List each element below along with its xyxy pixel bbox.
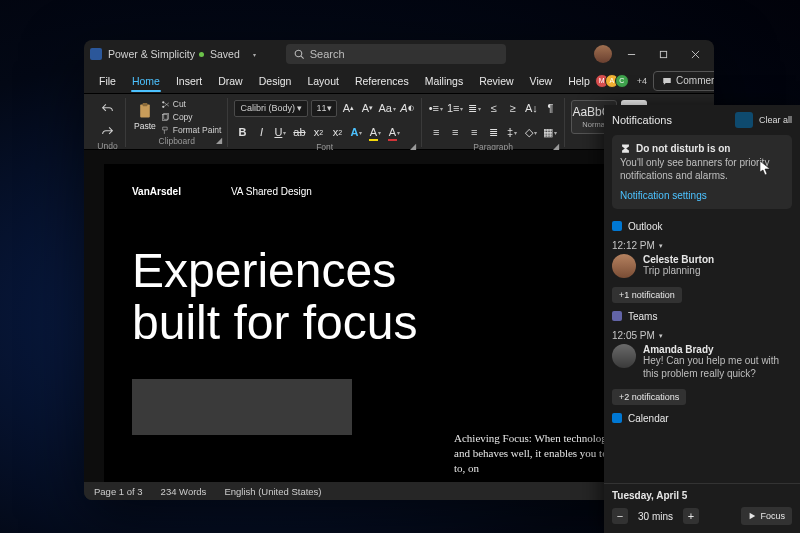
notif-sender: Celeste Burton bbox=[643, 254, 714, 265]
notif-list[interactable]: Do not disturb is on You'll only see ban… bbox=[604, 135, 800, 483]
presence-avatars[interactable]: M A C bbox=[599, 74, 629, 88]
title-bar: Power & Simplicity Saved ▾ Search bbox=[84, 40, 714, 68]
menu-mailings[interactable]: Mailings bbox=[418, 71, 471, 91]
close-button[interactable] bbox=[682, 40, 708, 68]
notification-settings-link[interactable]: Notification settings bbox=[620, 190, 707, 201]
status-language[interactable]: English (United States) bbox=[224, 486, 321, 497]
menu-help[interactable]: Help bbox=[561, 71, 597, 91]
dialog-launcher-icon[interactable]: ◢ bbox=[409, 142, 417, 150]
font-name-select[interactable]: Calibri (Body)▾ bbox=[234, 100, 308, 117]
footer-date[interactable]: Tuesday, April 5 bbox=[612, 490, 792, 501]
copy-icon bbox=[161, 113, 170, 122]
notif-item-outlook[interactable]: Celeste Burton Trip planning bbox=[612, 254, 792, 278]
notif-section-calendar: Calendar bbox=[612, 409, 792, 427]
paste-button[interactable]: Paste bbox=[132, 103, 158, 131]
shading-button[interactable]: ◇▾ bbox=[523, 122, 539, 142]
search-input[interactable]: Search bbox=[286, 44, 506, 64]
menu-layout[interactable]: Layout bbox=[300, 71, 346, 91]
notif-message: Hey! Can you help me out with this probl… bbox=[643, 355, 792, 380]
undo-button[interactable] bbox=[100, 98, 116, 118]
paste-label: Paste bbox=[134, 121, 156, 131]
minimize-button[interactable] bbox=[618, 40, 644, 68]
multilevel-list-button[interactable]: ≣▾ bbox=[466, 98, 482, 118]
borders-button[interactable]: ▦▾ bbox=[542, 122, 558, 142]
redo-button[interactable] bbox=[100, 121, 116, 141]
notif-time-teams[interactable]: 12:05 PM▾ bbox=[612, 330, 792, 341]
menu-home[interactable]: Home bbox=[125, 71, 167, 91]
highlight-button[interactable]: A▾ bbox=[367, 122, 383, 142]
menu-file[interactable]: File bbox=[92, 71, 123, 91]
dnd-heading: Do not disturb is on bbox=[620, 143, 784, 154]
avatar bbox=[612, 254, 636, 278]
svg-point-3 bbox=[162, 105, 164, 107]
menu-references[interactable]: References bbox=[348, 71, 416, 91]
format-painter-button[interactable]: Format Paint bbox=[161, 124, 222, 136]
title-chevron-icon[interactable]: ▾ bbox=[246, 44, 262, 64]
app-header-calendar[interactable]: Calendar bbox=[612, 409, 792, 427]
align-center-button[interactable]: ≡ bbox=[447, 122, 463, 142]
menu-review[interactable]: Review bbox=[472, 71, 520, 91]
notif-sender: Amanda Brady bbox=[643, 344, 792, 355]
text-effects-button[interactable]: A▾ bbox=[348, 122, 364, 142]
increase-duration-button[interactable]: + bbox=[683, 508, 699, 524]
start-focus-button[interactable]: Focus bbox=[741, 507, 792, 525]
presence-overflow[interactable]: +4 bbox=[637, 76, 647, 86]
notif-section-outlook: Outlook 12:12 PM▾ Celeste Burton Trip pl… bbox=[612, 217, 792, 303]
image-placeholder bbox=[132, 379, 352, 435]
bullets-button[interactable]: •≡▾ bbox=[428, 98, 444, 118]
clear-all-button[interactable]: Clear all bbox=[759, 115, 792, 125]
word-app-icon bbox=[90, 48, 102, 60]
show-marks-button[interactable]: ¶ bbox=[542, 98, 558, 118]
app-header-outlook[interactable]: Outlook bbox=[612, 217, 792, 235]
maximize-button[interactable] bbox=[650, 40, 676, 68]
font-size-select[interactable]: 11▾ bbox=[311, 100, 337, 117]
sort-button[interactable]: A↓ bbox=[523, 98, 539, 118]
dialog-launcher-icon[interactable]: ◢ bbox=[552, 142, 560, 150]
align-left-button[interactable]: ≡ bbox=[428, 122, 444, 142]
menu-right-cluster: M A C +4 Comments Share ▾ bbox=[599, 71, 714, 91]
status-words[interactable]: 234 Words bbox=[161, 486, 207, 497]
font-color-button[interactable]: A▾ bbox=[386, 122, 402, 142]
grow-font-button[interactable]: A▴ bbox=[340, 98, 356, 118]
app-header-teams[interactable]: Teams bbox=[612, 307, 792, 325]
menu-design[interactable]: Design bbox=[252, 71, 299, 91]
cut-button[interactable]: Cut bbox=[161, 98, 222, 110]
numbering-button[interactable]: 1≡▾ bbox=[447, 98, 464, 118]
chevron-down-icon: ▾ bbox=[659, 242, 663, 250]
justify-button[interactable]: ≣ bbox=[485, 122, 501, 142]
menu-draw[interactable]: Draw bbox=[211, 71, 250, 91]
bold-button[interactable]: B bbox=[234, 122, 250, 142]
svg-rect-0 bbox=[660, 51, 666, 57]
decrease-indent-button[interactable]: ≤ bbox=[485, 98, 501, 118]
clear-formatting-button[interactable]: A◐ bbox=[399, 98, 415, 118]
subscript-button[interactable]: x2 bbox=[310, 122, 326, 142]
more-notifs-outlook[interactable]: +1 notification bbox=[612, 287, 682, 303]
notif-subject: Trip planning bbox=[643, 265, 714, 278]
change-case-button[interactable]: Aa▾ bbox=[378, 98, 395, 118]
notif-section-teams: Teams 12:05 PM▾ Amanda Brady Hey! Can yo… bbox=[612, 307, 792, 405]
line-spacing-button[interactable]: ‡▾ bbox=[504, 122, 520, 142]
notif-item-teams[interactable]: Amanda Brady Hey! Can you help me out wi… bbox=[612, 344, 792, 380]
notif-time-outlook[interactable]: 12:12 PM▾ bbox=[612, 240, 792, 251]
status-page[interactable]: Page 1 of 3 bbox=[94, 486, 143, 497]
align-right-button[interactable]: ≡ bbox=[466, 122, 482, 142]
copy-button[interactable]: Copy bbox=[161, 111, 222, 123]
moon-icon bbox=[739, 115, 749, 125]
autosave-indicator-icon bbox=[199, 52, 204, 57]
more-notifs-teams[interactable]: +2 notifications bbox=[612, 389, 686, 405]
dialog-launcher-icon[interactable]: ◢ bbox=[215, 136, 223, 144]
dnd-toggle-button[interactable] bbox=[735, 112, 753, 128]
superscript-button[interactable]: x2 bbox=[329, 122, 345, 142]
menu-view[interactable]: View bbox=[523, 71, 560, 91]
strikethrough-button[interactable]: ab bbox=[291, 122, 307, 142]
comments-button[interactable]: Comments bbox=[653, 71, 714, 91]
user-avatar[interactable] bbox=[594, 45, 612, 63]
underline-button[interactable]: U▾ bbox=[272, 122, 288, 142]
increase-indent-button[interactable]: ≥ bbox=[504, 98, 520, 118]
save-status: Saved bbox=[210, 48, 240, 60]
shrink-font-button[interactable]: A▾ bbox=[359, 98, 375, 118]
calendar-icon bbox=[612, 413, 622, 423]
menu-insert[interactable]: Insert bbox=[169, 71, 209, 91]
italic-button[interactable]: I bbox=[253, 122, 269, 142]
decrease-duration-button[interactable]: − bbox=[612, 508, 628, 524]
